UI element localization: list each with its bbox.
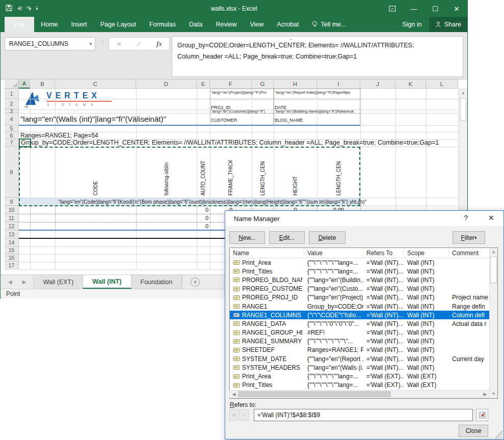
- row-header-5[interactable]: 5: [5, 125, 19, 132]
- list-column-header-name[interactable]: Name: [230, 248, 304, 258]
- row-header-13[interactable]: 13: [5, 230, 19, 238]
- select-all-corner[interactable]: [5, 79, 19, 89]
- list-column-header-scope[interactable]: Scope: [404, 248, 449, 258]
- sheet-nav-right-icon[interactable]: ▶: [22, 279, 26, 285]
- formula-bar-input[interactable]: Group_by=CODE;Order=LENGTH_CENTER; Eleme…: [172, 36, 463, 77]
- name-row-print-titles[interactable]: Print_Titles{""\""\""\""\""lang=...='Wal…: [230, 267, 489, 276]
- sheet-tab-wall-ext-[interactable]: Wall (EXT): [34, 275, 83, 289]
- name-row-print-area[interactable]: Print_Area{""\""\""\""\""lang=...='Wall …: [230, 258, 489, 267]
- row-header-16[interactable]: 16: [5, 254, 19, 262]
- list-hscrollbar-thumb[interactable]: [238, 391, 391, 397]
- maximize-button[interactable]: ☐: [425, 1, 446, 17]
- ribbon-tab-acrobat[interactable]: Acrobat: [270, 17, 305, 32]
- column-header-L[interactable]: L: [426, 79, 458, 89]
- dialog-title-bar[interactable]: Name Manager: [225, 211, 503, 226]
- new-button[interactable]: New...: [229, 231, 265, 244]
- name-row-system-date[interactable]: SYSTEM_DATE{""lang="en"(Report ...='Wall…: [230, 354, 489, 363]
- row-header-6[interactable]: 6: [5, 132, 19, 139]
- row-header-7[interactable]: 7: [5, 139, 19, 147]
- name-row-range1[interactable]: RANGE1Group_by=CODE;Or...='Wall (INT)...…: [230, 302, 489, 311]
- row-header-14[interactable]: 14: [5, 238, 19, 246]
- row-header-8[interactable]: 8: [5, 147, 19, 198]
- tell-me-box[interactable]: Tell me...: [305, 17, 353, 32]
- column-header-F[interactable]: F: [210, 79, 252, 89]
- list-scroll-right-icon[interactable]: ▶: [481, 391, 489, 398]
- name-row-range1-summary[interactable]: RANGE1_SUMMARY{""\""\""\""\""\""\"...='W…: [230, 337, 489, 346]
- column-header-G[interactable]: G: [252, 79, 274, 89]
- list-column-header-refers-to[interactable]: Refers To: [363, 248, 404, 258]
- collapse-formula-bar-icon[interactable]: ⌃: [289, 38, 293, 43]
- delete-button[interactable]: Delete: [309, 231, 346, 244]
- name-row-range1-group-hea-[interactable]: RANGE1_GROUP_HEA...#REF!='Wall (INT)...W…: [230, 328, 489, 337]
- resize-grip[interactable]: [495, 431, 502, 438]
- ribbon-tab-page-layout[interactable]: Page Layout: [94, 17, 143, 32]
- name-row-proreg-customer[interactable]: PROREG_CUSTOMER{""lang="en"(Custo...='Wa…: [230, 285, 489, 293]
- sign-in-link[interactable]: Sign in: [395, 17, 429, 32]
- column-header-C[interactable]: C: [55, 79, 136, 89]
- name-row-proreg-bldg-name[interactable]: PROREG_BLDG_NAME{""lang="en"(Buildin...=…: [230, 276, 489, 284]
- row-header-15[interactable]: 15: [5, 246, 19, 254]
- scroll-up-icon[interactable]: ▲: [460, 89, 467, 97]
- list-column-header-value[interactable]: Value: [304, 248, 363, 258]
- name-row-system-headers[interactable]: SYSTEM_HEADERS{""lang="en"(Walls (i...='…: [230, 363, 489, 372]
- ribbon-tab-insert[interactable]: Insert: [65, 17, 94, 32]
- insert-function-icon[interactable]: fx: [156, 40, 162, 48]
- row-header-4[interactable]: 4: [5, 113, 19, 125]
- name-row-sheetdef[interactable]: SHEETDEFRanges=RANGE1; P...='Wall (INT).…: [230, 346, 489, 354]
- grid-scrollbar-thumb[interactable]: [460, 98, 466, 121]
- row-header-3[interactable]: 3: [5, 109, 19, 113]
- column-header-E[interactable]: E: [197, 79, 210, 89]
- edit-button[interactable]: Edit...: [269, 231, 305, 244]
- close-button[interactable]: ✕: [446, 1, 467, 17]
- name-row-proreg-proj-id[interactable]: PROREG_PROJ_ID{""lang="en"(Project)...='…: [230, 293, 489, 302]
- sheet-tab-foundation[interactable]: Foundation: [131, 275, 182, 289]
- sheet-tab-wall-int-[interactable]: Wall (INT): [83, 275, 131, 289]
- list-scroll-down-icon[interactable]: ▼: [490, 390, 497, 398]
- ribbon-tab-formulas[interactable]: Formulas: [143, 17, 182, 32]
- enter-formula-icon[interactable]: ✓: [137, 40, 142, 48]
- row-header-12[interactable]: 12: [5, 222, 19, 230]
- refers-commit-icon[interactable]: ✓: [240, 409, 249, 421]
- ribbon-tab-file[interactable]: File: [5, 17, 34, 32]
- new-sheet-button[interactable]: +: [182, 275, 208, 289]
- column-header-I[interactable]: I: [317, 79, 360, 89]
- cancel-formula-icon[interactable]: ✕: [116, 40, 122, 48]
- list-column-header-comment[interactable]: Comment: [449, 248, 494, 258]
- refers-cancel-icon[interactable]: ✕: [229, 409, 238, 421]
- range-picker-button[interactable]: [476, 409, 488, 421]
- name-box[interactable]: RANGE1_COLUMNS ▼: [5, 37, 95, 50]
- list-scrollbar-thumb[interactable]: [490, 257, 497, 283]
- row-header-10[interactable]: 10: [5, 206, 19, 214]
- list-horizontal-scrollbar[interactable]: ◀ ▶: [229, 390, 490, 398]
- close-button-dialog[interactable]: Close: [459, 425, 488, 437]
- name-row-range1-columns[interactable]: RANGE1_COLUMNS{"\"\"\CODE"\"follo...='Wa…: [230, 311, 489, 319]
- row-header-17[interactable]: 17: [5, 262, 19, 269]
- column-header-H[interactable]: H: [274, 79, 317, 89]
- sheet-nav-left-icon[interactable]: ◀: [8, 279, 12, 285]
- row-header-1[interactable]: 1: [5, 89, 19, 99]
- list-scroll-left-icon[interactable]: ◀: [230, 391, 238, 398]
- ribbon-display-options-icon[interactable]: [382, 1, 403, 17]
- minimize-button[interactable]: —: [403, 1, 425, 17]
- filter-button[interactable]: Filter ▾: [453, 231, 485, 244]
- name-row-print-area[interactable]: Print_Area{""\""\""\""\""lang=...='Wall …: [230, 372, 489, 380]
- share-button[interactable]: Share: [429, 17, 467, 32]
- ribbon-tab-review[interactable]: Review: [209, 17, 243, 32]
- ribbon-tab-view[interactable]: View: [243, 17, 270, 32]
- list-scroll-up-icon[interactable]: ▲: [490, 248, 497, 256]
- dialog-close-icon[interactable]: ✕: [488, 213, 494, 223]
- column-header-J[interactable]: J: [360, 79, 395, 89]
- row-header-9[interactable]: 9: [5, 198, 19, 206]
- list-vertical-scrollbar[interactable]: ▲ ▼: [489, 248, 497, 398]
- column-header-B[interactable]: B: [30, 79, 55, 89]
- name-row-print-titles[interactable]: Print_Titles{""\""\""\""\""lang=...='Wal…: [230, 381, 489, 390]
- ribbon-tab-data[interactable]: Data: [182, 17, 209, 32]
- column-header-K[interactable]: K: [395, 79, 426, 89]
- column-header-A[interactable]: A: [19, 79, 30, 89]
- refers-to-input[interactable]: ='Wall (INT)'!$A$8:$I$9: [254, 409, 473, 421]
- ribbon-tab-home[interactable]: Home: [34, 17, 64, 32]
- row-header-11[interactable]: 11: [5, 214, 19, 222]
- dialog-help-icon[interactable]: ?: [464, 214, 468, 222]
- column-header-D[interactable]: D: [136, 79, 197, 89]
- name-row-range1-data[interactable]: RANGE1_DATA{""\""\""\"0"\"0"\"0"...='Wal…: [230, 319, 489, 328]
